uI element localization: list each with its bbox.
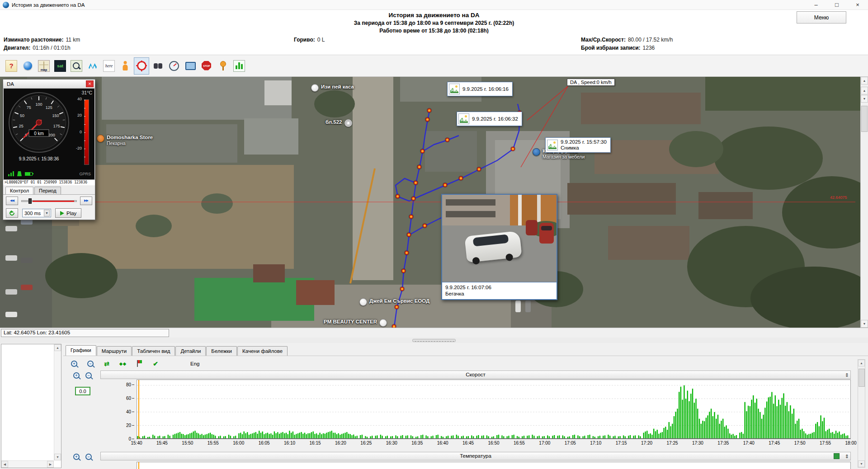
chart-zoom-in-button[interactable]: + [71,371,81,380]
track-waypoint[interactable] [417,165,421,169]
track-waypoint[interactable] [392,324,396,328]
latitude-line-label: 42.64075 [830,195,847,200]
reset-button[interactable] [6,208,18,218]
interval-select[interactable]: 300 ms▼ [22,209,51,217]
photo-preview-popup[interactable]: 9.9.2025 г. 16:07:06 Бегачка [441,194,557,300]
screenshot-icon [184,60,196,72]
scroll-up-button[interactable]: ▲ [861,77,868,84]
chart-zoom-out-button[interactable]: − [84,371,94,380]
track-waypoint[interactable] [407,233,411,237]
markers-button[interactable]: ◆◆ [118,359,128,368]
map-vertical-scrollbar[interactable]: ▲ ▲ ▼ ▼ [860,77,868,328]
panel-splitter[interactable] [0,338,868,343]
track-waypoint[interactable] [427,108,431,113]
toolbar-button-binoculars[interactable] [150,57,165,75]
scroll-thumb[interactable] [861,106,868,132]
track-waypoint[interactable] [477,167,481,171]
zoom-map-icon [71,60,82,72]
scroll-right-button[interactable]: ▶ [47,461,54,468]
tab-details[interactable]: Детайли [175,346,206,356]
toolbar-button-poi-pin[interactable] [215,57,231,75]
tab-graphs[interactable]: Графики [66,345,96,356]
playback-cursor[interactable] [138,380,139,439]
tab-uploaded-files[interactable]: Качени файлове [237,346,288,356]
track-waypoint[interactable] [459,176,463,180]
splitter-grip[interactable] [412,339,456,342]
track-waypoint[interactable] [405,251,409,255]
toolbar-button-street-view[interactable] [118,57,133,75]
pan-down-button[interactable]: ▼ [861,95,868,103]
scroll-down-button[interactable]: ▼ [861,320,868,328]
track-waypoint[interactable] [420,149,425,153]
track-waypoint[interactable] [425,117,429,122]
slider-handle[interactable] [28,198,32,204]
chart-zoom-out-button[interactable]: − [84,452,94,461]
poi-icon [344,119,352,127]
toolbar-button-zoom-map[interactable] [69,57,84,75]
step-forward-button[interactable]: ▶▶ [80,197,92,205]
playback-cursor[interactable] [138,462,139,469]
toolbar-button-search-globe[interactable] [20,57,35,75]
minimize-button[interactable]: – [806,0,826,9]
toolbar-button-chart[interactable] [231,57,247,75]
tab-notes[interactable]: Бележки [206,346,237,356]
chart-zoom-in-button[interactable]: + [71,452,81,461]
resize-icon[interactable]: ⇕ [845,371,849,379]
toolbar-button-follow-target[interactable] [134,57,149,75]
record-list[interactable]: ▲▼ ◀▶ [1,344,61,468]
pan-up-button[interactable]: ▲ [861,87,868,94]
toolbar-button-help[interactable]: ? [4,57,19,75]
track-waypoint[interactable] [511,147,515,151]
close-button[interactable]: × [847,0,868,9]
flag-button[interactable] [134,359,144,368]
playback-slider[interactable] [21,198,77,204]
track-waypoint[interactable] [400,287,404,291]
map-canvas[interactable]: Изи пей каса бл.522 Domosharka StoreПека… [0,77,868,328]
apply-button[interactable]: ✔ [151,359,160,368]
scroll-up-button[interactable]: ▲ [54,344,61,351]
track-waypoint[interactable] [445,138,449,142]
track-waypoint[interactable] [411,197,415,201]
scroll-up-button[interactable]: ▲ [858,360,865,366]
x-axis-label: 16:15 [309,441,321,446]
track-waypoint[interactable] [414,181,418,185]
menu-button[interactable]: Меню [797,11,846,23]
scroll-down-button[interactable]: ▼ [858,460,865,467]
zoom-out-button[interactable]: − [85,359,95,368]
device-raw-string: >L000020*EF 01 01 250909 153836 123836 [3,179,95,185]
zoom-in-button[interactable]: + [69,359,79,368]
charts-scrollbar[interactable]: ▲ ▼ [858,359,865,468]
resize-icon[interactable]: ⇕ [845,453,849,460]
track-waypoint[interactable] [423,224,427,228]
scroll-thumb[interactable] [859,369,865,387]
maximize-button[interactable]: □ [826,0,847,9]
track-waypoint[interactable] [409,215,413,219]
toolbar-button-here-maps[interactable]: here [101,57,117,75]
toolbar-button-map-view[interactable]: map [36,57,52,75]
temperature-chart-plot[interactable] [137,462,851,469]
pan-horizontal-button[interactable]: ⇄ [102,359,112,368]
toolbar-button-screenshot[interactable] [183,57,198,75]
toolbar-button-satellite-view[interactable]: sat [52,57,68,75]
track-waypoint[interactable] [396,194,400,198]
toolbar-button-speedometer[interactable] [166,57,182,75]
scroll-down-button[interactable]: ▼ [54,454,61,460]
toolbar-button-route[interactable] [85,57,100,75]
temperature-value: 31°C [82,90,92,95]
tab-control[interactable]: Контрол [5,187,33,194]
checkmark-icon: ✔ [153,360,158,367]
speed-chart-plot[interactable] [137,380,851,439]
tab-routes[interactable]: Маршрути [97,346,132,356]
scroll-left-button[interactable]: ◀ [1,461,8,468]
step-back-button[interactable]: ◀◀ [6,197,18,205]
close-icon[interactable]: × [86,80,94,87]
tab-table-view[interactable]: Табличен вид [132,346,175,356]
play-button[interactable]: Play [55,208,81,218]
toolbar-button-stop-sign[interactable]: STOP [199,57,214,75]
tab-period[interactable]: Период [34,187,61,194]
x-axis-label: 17:45 [769,441,780,446]
track-waypoint[interactable] [443,183,447,187]
window-title: История за движението на DA [12,2,85,8]
vehicle-gauge-panel[interactable]: DA × 02550751001251501752000 km 31°C 40 … [3,79,95,220]
track-waypoint[interactable] [401,269,406,273]
